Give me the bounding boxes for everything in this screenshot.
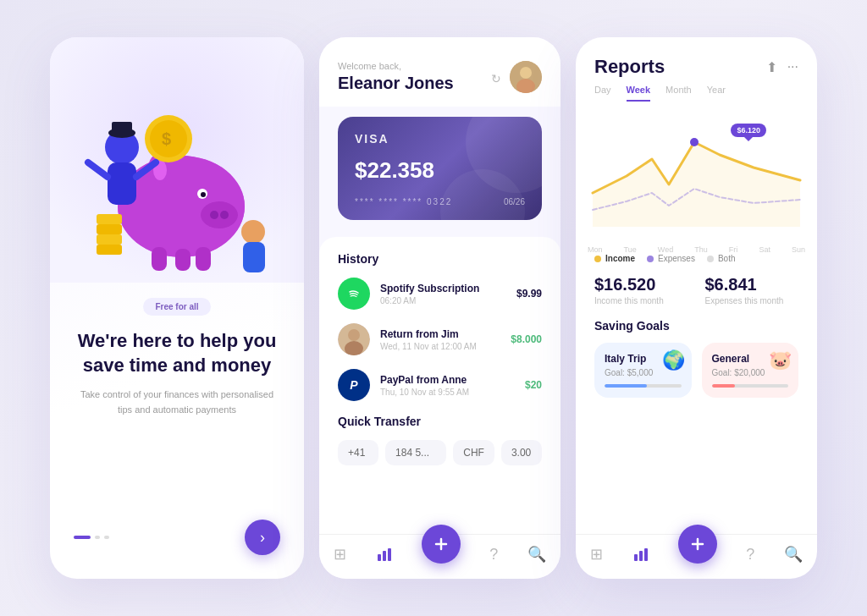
legend-both[interactable]: Both: [707, 254, 736, 263]
reports-card: Reports ⬆ ··· Day Week Month Year $6.120…: [576, 37, 817, 579]
goal-italy[interactable]: 🌍 Italy Trip Goal: $5,000: [594, 343, 692, 398]
history-info-spotify: Spotify Subscription 06:20 AM: [380, 283, 506, 305]
dot-2: [104, 536, 109, 539]
svg-rect-21: [97, 234, 122, 245]
time-tabs: Day Week Month Year: [576, 85, 817, 102]
expense-dot: [647, 256, 654, 262]
reports-nav-search[interactable]: 🔍: [784, 545, 803, 564]
svg-point-3: [201, 201, 238, 228]
svg-rect-35: [378, 554, 381, 561]
welcome-text: Welcome back,: [338, 61, 454, 71]
history-item-jim[interactable]: Return from Jim Wed, 11 Nov at 12:00 AM …: [338, 323, 542, 355]
tab-month[interactable]: Month: [665, 85, 692, 102]
reports-nav-help[interactable]: ?: [746, 546, 754, 564]
both-label: Both: [718, 254, 736, 263]
history-date-0: 06:20 AM: [380, 296, 506, 305]
avatar[interactable]: [510, 61, 542, 93]
x-label-mon: Mon: [588, 245, 603, 254]
expense-label: Expenses: [658, 254, 695, 263]
svg-point-33: [348, 329, 360, 341]
italy-emoji: 🌍: [662, 349, 685, 371]
reports-header: Reports ⬆ ···: [576, 37, 817, 85]
more-icon[interactable]: ···: [787, 59, 798, 75]
fab-button[interactable]: [422, 525, 461, 564]
expenses-stat: $6.841 Expenses this month: [705, 275, 799, 305]
svg-text:$: $: [162, 129, 171, 148]
amount-input[interactable]: 3.00: [501, 440, 542, 465]
svg-rect-20: [97, 245, 122, 255]
expenses-amount: $6.841: [705, 275, 799, 294]
italy-progress-bar: [605, 384, 682, 388]
visa-number: **** **** **** 0322: [355, 197, 452, 206]
legend-expenses[interactable]: Expenses: [647, 254, 695, 263]
reports-nav-grid[interactable]: ⊞: [590, 545, 603, 564]
tab-year[interactable]: Year: [707, 85, 726, 102]
svg-rect-17: [108, 162, 136, 205]
dashboard-card: Welcome back, Eleanor Jones ↻ VISA $22.3…: [319, 37, 561, 579]
onboarding-subtitle: Take control of your finances with perso…: [50, 388, 304, 417]
visa-bottom: **** **** **** 0322 06/26: [355, 197, 525, 206]
nav-help-icon[interactable]: ?: [489, 546, 498, 564]
income-label: Income: [605, 254, 635, 263]
history-date-2: Thu, 10 Nov at 9:55 AM: [380, 388, 515, 397]
x-label-wed: Wed: [658, 245, 673, 254]
svg-rect-42: [644, 548, 648, 561]
history-item-paypal[interactable]: P PayPal from Anne Thu, 10 Nov at 9:55 A…: [338, 369, 542, 401]
svg-point-39: [690, 138, 699, 146]
svg-rect-25: [243, 242, 265, 272]
general-emoji: 🐷: [769, 349, 792, 371]
country-code-input[interactable]: +41: [338, 440, 378, 465]
svg-rect-22: [97, 224, 122, 234]
line-chart: $6.120: [576, 108, 817, 244]
free-badge: Free for all: [143, 298, 210, 316]
svg-point-29: [520, 67, 532, 79]
svg-marker-38: [593, 142, 800, 227]
svg-point-24: [241, 220, 265, 244]
expenses-stat-label: Expenses this month: [705, 296, 799, 305]
tab-week[interactable]: Week: [627, 85, 651, 102]
general-progress-fill: [712, 384, 735, 388]
svg-point-4: [210, 211, 218, 219]
spotify-icon: [338, 278, 370, 310]
header-row: Welcome back, Eleanor Jones ↻: [338, 61, 542, 93]
user-name: Eleanor Jones: [338, 74, 454, 93]
quick-transfer-inputs[interactable]: +41 184 5... CHF 3.00: [338, 440, 542, 465]
general-progress-bar: [712, 384, 789, 388]
nav-chart-icon[interactable]: [376, 546, 393, 563]
chart-legend: Income Expenses Both: [576, 254, 817, 263]
history-date-1: Wed, 11 Nov at 12:00 AM: [380, 342, 500, 351]
x-label-sat: Sat: [759, 245, 770, 254]
history-title: History: [338, 252, 542, 266]
export-icon[interactable]: ⬆: [766, 59, 777, 75]
tab-day[interactable]: Day: [594, 85, 611, 102]
income-stat-label: Income this month: [594, 296, 688, 305]
onboarding-footer: ›: [50, 520, 304, 555]
sync-icon[interactable]: ↻: [491, 72, 501, 85]
reports-fab-button[interactable]: [678, 525, 717, 564]
paypal-icon: P: [338, 369, 370, 401]
visa-label: VISA: [355, 132, 525, 146]
chart-x-axis: Mon Tue Wed Thu Fri Sat Sun: [576, 245, 817, 254]
history-name-2: PayPal from Anne: [380, 374, 515, 386]
next-button[interactable]: ›: [245, 520, 280, 555]
dot-1: [95, 536, 100, 539]
nav-search-icon[interactable]: 🔍: [527, 545, 546, 564]
header-actions: ↻: [491, 61, 542, 93]
x-label-sun: Sun: [792, 245, 805, 254]
goal-general[interactable]: 🐷 General Goal: $20,000: [702, 343, 799, 398]
dashboard-header: Welcome back, Eleanor Jones ↻: [319, 37, 561, 107]
account-input[interactable]: 184 5...: [385, 440, 446, 465]
reports-nav-chart[interactable]: [632, 546, 649, 563]
visa-card: VISA $22.358 **** **** **** 0322 06/26: [338, 117, 542, 220]
currency-input[interactable]: CHF: [453, 440, 494, 465]
visa-expiry: 06/26: [504, 197, 525, 206]
x-label-fri: Fri: [729, 245, 738, 254]
income-stat: $16.520 Income this month: [594, 275, 688, 305]
svg-point-5: [220, 211, 229, 219]
x-label-tue: Tue: [624, 245, 637, 254]
legend-income[interactable]: Income: [594, 254, 635, 263]
x-label-thu: Thu: [694, 245, 708, 254]
nav-grid-icon[interactable]: ⊞: [334, 545, 346, 564]
bottom-nav-bar: ⊞ ? 🔍: [319, 534, 561, 579]
history-item-spotify[interactable]: Spotify Subscription 06:20 AM $9.99: [338, 278, 542, 310]
